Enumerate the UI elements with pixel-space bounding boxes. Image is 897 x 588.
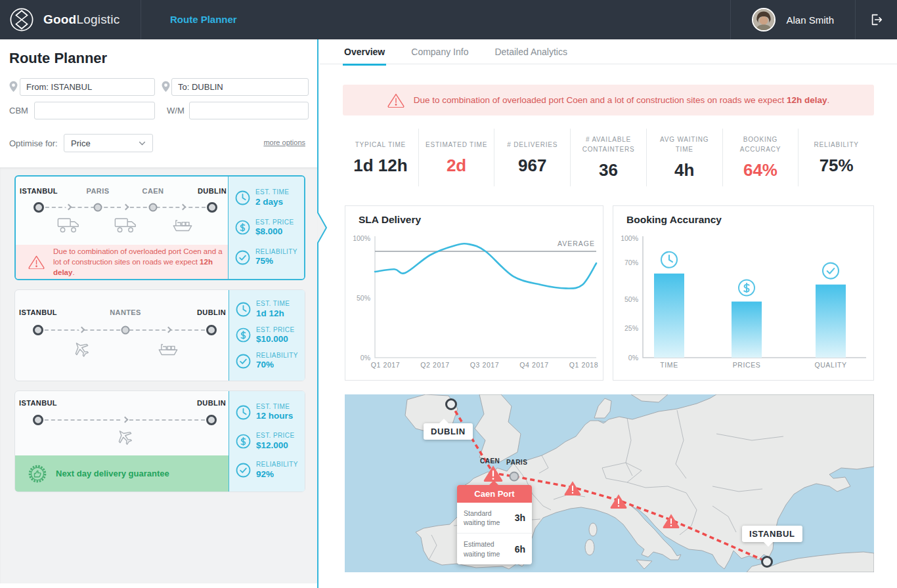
est-price-stat: EST. PRICE$8.000 bbox=[234, 219, 301, 238]
svg-text:0%: 0% bbox=[361, 354, 370, 362]
dublin-map-label: DUBLIN bbox=[424, 423, 473, 440]
route-map: DUBLIN ISTANBUL CAEN PARIS Caen Port Sta… bbox=[345, 394, 874, 572]
chevron-down-icon bbox=[139, 141, 146, 146]
truck-icon bbox=[57, 217, 79, 234]
svg-text:Q1 2018: Q1 2018 bbox=[569, 361, 598, 369]
est-time-stat: EST. TIME12 hours bbox=[235, 403, 302, 422]
route-stop-dot bbox=[33, 325, 43, 335]
booking-chart-title: Booking Accurancy bbox=[626, 214, 722, 226]
paris-marker[interactable] bbox=[510, 472, 519, 481]
route-1-warning: Due to combination of overloaded port Co… bbox=[16, 245, 228, 279]
route-1-stats: EST. TIME2 days EST. PRICE$8.000 RELIABI… bbox=[228, 177, 304, 279]
header-right: Alan Smith bbox=[730, 0, 897, 39]
stat-value-3: 36 bbox=[599, 160, 618, 180]
user-name: Alan Smith bbox=[786, 14, 834, 26]
optimise-for-value: Price bbox=[71, 138, 91, 148]
dollar-icon bbox=[234, 219, 251, 236]
stat-value-1: 2d bbox=[447, 156, 466, 176]
clock-icon bbox=[661, 252, 677, 268]
dublin-marker[interactable] bbox=[447, 400, 456, 410]
route-2-stats: EST. TIME1d 12h EST. PRICE$10.000 RELIAB… bbox=[229, 290, 305, 381]
svg-text:70%: 70% bbox=[624, 259, 638, 266]
logout-button[interactable] bbox=[855, 0, 897, 39]
tab-detailed-analytics[interactable]: Detailed Analytics bbox=[493, 45, 569, 66]
guarantee-badge-icon bbox=[28, 464, 47, 484]
reliability-stat: RELIABILITY70% bbox=[235, 352, 302, 371]
stat-value-0: 1d 12h bbox=[353, 156, 407, 176]
stop-label: DUBLIN bbox=[197, 399, 226, 407]
istanbul-marker[interactable] bbox=[762, 557, 772, 567]
to-input[interactable] bbox=[171, 78, 309, 96]
stop-label: ISTANBUL bbox=[19, 308, 57, 316]
est-time-stat: EST. TIME1d 12h bbox=[235, 300, 302, 319]
route-arrow-icon bbox=[180, 204, 186, 211]
est-price-stat: EST. PRICE$12.000 bbox=[235, 432, 302, 451]
optimise-for-select[interactable]: Price bbox=[64, 134, 153, 152]
user-menu[interactable]: Alan Smith bbox=[730, 0, 855, 39]
route-1-warning-text: Due to combination of overloaded port Co… bbox=[53, 246, 223, 278]
svg-text:Q1 2017: Q1 2017 bbox=[371, 361, 400, 369]
stat-value-2: 967 bbox=[518, 156, 546, 176]
brand: GoodLogistic bbox=[0, 0, 141, 39]
ship-icon bbox=[158, 342, 179, 357]
sla-chart-title: SLA Delivery bbox=[359, 214, 421, 226]
brand-name: GoodLogistic bbox=[43, 12, 120, 27]
warning-icon bbox=[387, 93, 405, 108]
route-stop-dot bbox=[206, 415, 217, 425]
main-nav: Route Planner bbox=[141, 14, 237, 26]
stat-available-containers: # AVAILABLE CONTAINTERS36 bbox=[571, 129, 647, 186]
tab-overview[interactable]: Overview bbox=[343, 45, 386, 66]
brand-name-bold: Good bbox=[43, 12, 76, 26]
kpi-stats-row: TYPICAL TIME1d 12h ESTIMATED TIME2d # DE… bbox=[343, 129, 874, 186]
stop-label: ISTANBUL bbox=[19, 399, 57, 407]
route-stop-dot bbox=[33, 415, 43, 425]
est-price-stat: EST. PRICE$10.000 bbox=[235, 326, 302, 345]
truck-icon bbox=[114, 217, 137, 234]
route-stop-dot bbox=[149, 203, 158, 212]
stop-label: CAEN bbox=[142, 187, 164, 195]
nav-item-route-planner[interactable]: Route Planner bbox=[170, 14, 237, 25]
more-options-link[interactable]: more options bbox=[263, 138, 305, 146]
brand-name-light: Logistic bbox=[76, 12, 120, 26]
svg-text:TIME: TIME bbox=[660, 361, 678, 369]
tab-company-info[interactable]: Company Info bbox=[410, 45, 470, 66]
stat-avg-waiting-time: AVG WAITING TIME4h bbox=[647, 129, 723, 186]
route-option-2[interactable]: ISTANBUL NANTES DUBLIN EST. TIME1d 12h E… bbox=[14, 289, 305, 381]
est-time-stat: EST. TIME2 days bbox=[234, 188, 301, 207]
svg-text:25%: 25% bbox=[624, 324, 638, 332]
stat-booking-accuracy: BOOKING ACCURACY64% bbox=[723, 129, 799, 186]
check-icon bbox=[235, 462, 252, 478]
tooltip-row: Standard waiting time 3h bbox=[457, 503, 532, 533]
paris-city-label: PARIS bbox=[506, 459, 527, 466]
check-icon bbox=[235, 353, 252, 369]
logout-icon bbox=[869, 12, 884, 27]
route-option-1[interactable]: ISTANBUL PARIS CAEN DUBLIN Due to combin… bbox=[14, 175, 305, 280]
ship-icon bbox=[172, 218, 193, 233]
booking-accuracy-chart-card: Booking Accurancy 0%25%50%70%100%TIMEPRI… bbox=[613, 205, 874, 381]
svg-text:Q2 2017: Q2 2017 bbox=[420, 361, 449, 369]
app-header: GoodLogistic Route Planner Alan Smith bbox=[0, 0, 897, 39]
plane-icon bbox=[116, 428, 134, 446]
stat-value-4: 4h bbox=[674, 160, 694, 180]
route-3-guarantee: Next day delivery guarantee bbox=[15, 455, 229, 492]
svg-text:AVERAGE: AVERAGE bbox=[558, 240, 595, 247]
svg-text:Q3 2017: Q3 2017 bbox=[470, 361, 499, 369]
stat-deliveries: # DELIVERIES967 bbox=[494, 129, 571, 186]
route-stop-dot bbox=[206, 325, 217, 335]
svg-text:0%: 0% bbox=[628, 354, 638, 362]
cbm-input[interactable] bbox=[34, 102, 155, 119]
dollar-icon bbox=[235, 433, 252, 450]
svg-text:100%: 100% bbox=[621, 234, 638, 242]
europe-map bbox=[345, 394, 874, 572]
wm-input[interactable] bbox=[189, 102, 309, 119]
check-icon bbox=[234, 249, 251, 266]
optimise-for-label: Optimise for: bbox=[9, 138, 58, 148]
destination-pin-icon bbox=[160, 79, 171, 94]
route-stop-dot bbox=[207, 202, 217, 213]
stop-label: PARIS bbox=[87, 187, 110, 195]
avatar bbox=[752, 8, 776, 32]
from-input[interactable] bbox=[20, 78, 155, 96]
route-option-3[interactable]: ISTANBUL DUBLIN Next day delivery guaran… bbox=[14, 390, 305, 492]
stop-label: DUBLIN bbox=[197, 308, 226, 316]
svg-text:Q4 2017: Q4 2017 bbox=[519, 361, 548, 369]
